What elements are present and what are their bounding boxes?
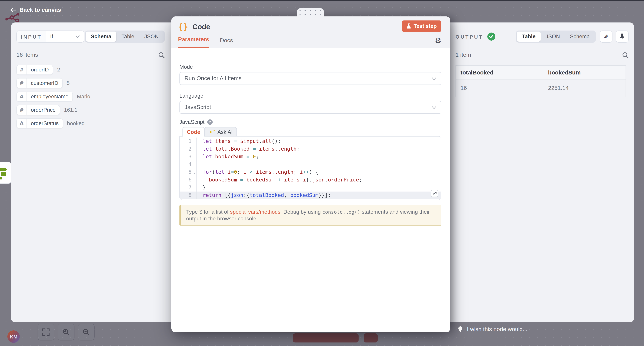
editor-tab-bar: Code ✦✦ Ask AI xyxy=(182,127,442,136)
code-line-5[interactable]: 5∨for(let i=0; i < items.length; i++) { xyxy=(180,168,441,176)
javascript-label: JavaScript ? xyxy=(180,119,442,125)
output-col-bookedSum: bookedSum xyxy=(543,66,626,80)
input-tab-schema[interactable]: Schema xyxy=(86,32,116,42)
output-items-row: 1 item xyxy=(456,51,628,59)
input-source-control: INPUT If xyxy=(16,30,84,42)
input-items-row: 16 items xyxy=(16,51,165,59)
line-number: 5∨ xyxy=(180,168,196,176)
editor-tab-ask-ai[interactable]: ✦✦ Ask AI xyxy=(204,127,237,136)
output-tab-schema[interactable]: Schema xyxy=(565,32,595,42)
if-node-glyph xyxy=(0,166,10,180)
modal-header: {} Code Test step Parameters Docs ⚙ xyxy=(172,16,450,48)
pin-data-button[interactable] xyxy=(616,30,628,42)
code-text: } xyxy=(196,184,441,192)
table-cell: 16 xyxy=(456,80,543,97)
special-vars-link[interactable]: special vars/methods xyxy=(230,209,280,215)
code-text: let bookedSum = 0; xyxy=(196,153,441,161)
line-number: 3 xyxy=(180,153,196,161)
input-tab-json[interactable]: JSON xyxy=(139,32,164,42)
editor-tab-code[interactable]: Code xyxy=(182,127,204,136)
zoom-in-icon xyxy=(62,328,70,336)
code-line-2[interactable]: 2let totalBooked = items.length; xyxy=(180,145,441,153)
code-editor[interactable]: 1let items = $input.all();2let totalBook… xyxy=(180,136,442,200)
schema-field-orderStatus: AorderStatusbooked xyxy=(16,118,165,128)
zoom-to-fit-icon xyxy=(42,328,50,336)
code-node-modal: {} Code Test step Parameters Docs ⚙ Mode xyxy=(172,16,450,332)
code-text: let totalBooked = items.length; xyxy=(196,145,441,153)
schema-field-name: orderID xyxy=(27,65,53,74)
input-tab-table[interactable]: Table xyxy=(116,32,139,42)
input-search-icon[interactable] xyxy=(158,52,165,58)
schema-field-pill[interactable]: AemployeeName xyxy=(16,92,73,102)
output-table-head: totalBookedbookedSum xyxy=(456,66,626,80)
schema-field-value: booked xyxy=(67,120,84,126)
code-line-1[interactable]: 1let items = $input.all(); xyxy=(180,138,441,145)
back-arrow-icon xyxy=(10,8,16,12)
output-success-icon xyxy=(487,32,495,40)
avatar-initials: KM xyxy=(10,334,18,340)
number-type-icon: # xyxy=(17,65,27,74)
output-table-body: 162251.14 xyxy=(456,80,626,97)
window-top-edge xyxy=(0,0,644,1)
input-view-tabs: SchemaTableJSON xyxy=(85,30,165,42)
schema-field-orderID: #orderID2 xyxy=(16,65,165,75)
output-panel: OUTPUT TableJSONSchema ✎ 1 item xyxy=(450,22,634,322)
schema-field-pill[interactable]: #orderPrice xyxy=(16,105,60,115)
schema-field-name: customerID xyxy=(27,78,62,88)
number-type-icon: # xyxy=(17,78,27,88)
line-number: 7 xyxy=(180,184,196,192)
help-icon[interactable]: ? xyxy=(207,120,212,125)
mode-label: Mode xyxy=(180,64,442,70)
output-tab-table[interactable]: Table xyxy=(517,32,540,42)
flask-icon xyxy=(406,24,411,29)
expand-editor-icon xyxy=(432,191,436,196)
zoom-out-button[interactable] xyxy=(78,324,94,340)
pencil-icon: ✎ xyxy=(604,33,608,40)
tab-docs[interactable]: Docs xyxy=(220,37,233,48)
chevron-down-icon xyxy=(76,35,80,38)
code-line-8[interactable]: 8return [{json:{totalBooked, bookedSum}}… xyxy=(180,192,441,199)
code-node-icon: {} xyxy=(178,22,188,32)
code-line-3[interactable]: 3let bookedSum = 0; xyxy=(180,153,441,161)
output-label: OUTPUT xyxy=(456,34,483,40)
if-node-icon[interactable] xyxy=(0,162,12,184)
language-label: Language xyxy=(180,93,442,99)
schema-field-name: employeeName xyxy=(27,92,72,101)
output-search-icon[interactable] xyxy=(622,52,628,58)
edit-output-button[interactable]: ✎ xyxy=(600,30,612,42)
mode-select[interactable]: Run Once for All Items xyxy=(180,72,442,85)
test-step-button[interactable]: Test step xyxy=(402,20,442,32)
output-items-count: 1 item xyxy=(456,52,471,58)
user-avatar[interactable]: KM xyxy=(8,330,20,343)
output-tab-json[interactable]: JSON xyxy=(540,32,565,42)
code-line-6[interactable]: 6 bookedSum = bookedSum + items[i].json.… xyxy=(180,176,441,184)
fold-chevron-icon[interactable]: ∨ xyxy=(194,169,196,176)
tab-parameters[interactable]: Parameters xyxy=(178,36,209,48)
input-schema-list: #orderID2#customerID5AemployeeNameMario#… xyxy=(16,65,165,128)
mode-value: Run Once for All Items xyxy=(184,75,242,82)
schema-field-pill[interactable]: AorderStatus xyxy=(16,118,63,128)
schema-field-value: 5 xyxy=(67,80,70,86)
back-to-canvas-label: Back to canvas xyxy=(20,7,61,14)
node-title: Code xyxy=(192,23,210,31)
n8n-logo xyxy=(5,12,22,22)
zoom-in-button[interactable] xyxy=(58,324,74,340)
code-line-4[interactable]: 4 xyxy=(180,161,441,168)
zoom-to-fit-button[interactable] xyxy=(38,324,54,340)
code-line-7[interactable]: 7} xyxy=(180,184,441,192)
dimmed-test-workflow-button xyxy=(293,334,358,342)
language-value: JavaScript xyxy=(184,104,211,111)
code-text xyxy=(196,161,441,168)
input-source-select[interactable]: If xyxy=(46,31,84,42)
language-select[interactable]: JavaScript xyxy=(180,101,442,114)
line-number: 4 xyxy=(180,161,196,168)
schema-field-pill[interactable]: #orderID xyxy=(16,65,53,75)
node-feedback-button[interactable]: I wish this node would... xyxy=(458,326,528,333)
schema-field-name: orderStatus xyxy=(27,119,62,128)
node-settings-gear-icon[interactable]: ⚙ xyxy=(435,37,442,44)
modal-drag-handle[interactable] xyxy=(297,8,324,16)
expand-editor-button[interactable] xyxy=(431,190,438,197)
dimmed-canvas-button xyxy=(364,334,378,342)
output-col-totalBooked: totalBooked xyxy=(456,66,543,80)
schema-field-pill[interactable]: #customerID xyxy=(16,78,63,88)
